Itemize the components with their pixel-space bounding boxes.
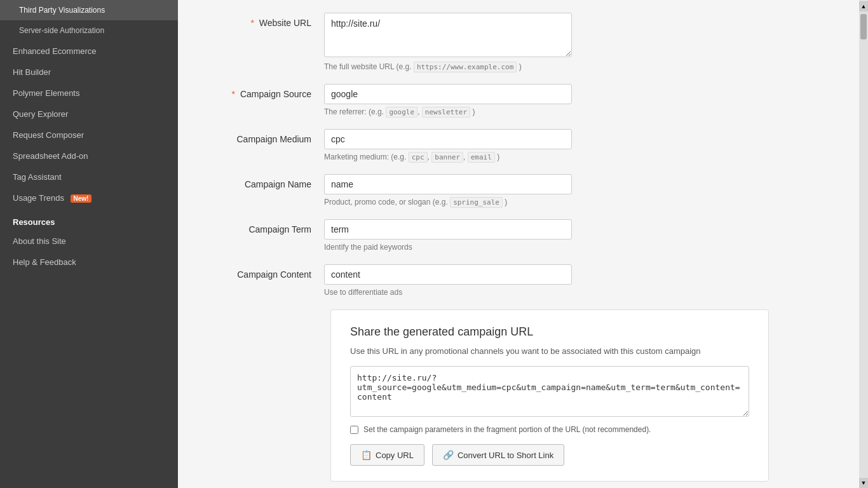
share-box: Share the generated campaign URL Use thi… xyxy=(330,309,769,482)
sidebar-item-about-this-site[interactable]: About this Site xyxy=(0,231,178,252)
campaign-name-label: Campaign Name xyxy=(197,174,324,189)
campaign-source-hint: The referrer: (e.g. google, newsletter ) xyxy=(324,107,572,116)
new-badge: New! xyxy=(71,194,92,203)
sidebar-item-third-party[interactable]: Third Party Visualizations xyxy=(0,0,178,20)
sidebar-item-spreadsheet-addon[interactable]: Spreadsheet Add-on xyxy=(0,146,178,166)
medium-hint-code3: email xyxy=(468,152,495,163)
sidebar-item-enhanced-ecommerce[interactable]: Enhanced Ecommerce xyxy=(0,41,178,62)
campaign-content-hint: Use to differentiate ads xyxy=(324,288,572,297)
main-content: * Website URL http://site.ru/ The full w… xyxy=(178,0,859,488)
fragment-checkbox-row: Set the campaign parameters in the fragm… xyxy=(350,425,749,434)
campaign-medium-label: Campaign Medium xyxy=(197,129,324,144)
campaign-content-row: Campaign Content Use to differentiate ad… xyxy=(197,264,840,297)
website-url-label: * Website URL xyxy=(197,13,324,28)
source-hint-code1: google xyxy=(386,107,417,118)
website-url-row: * Website URL http://site.ru/ The full w… xyxy=(197,13,840,71)
campaign-term-input[interactable] xyxy=(324,219,572,240)
required-star-2: * xyxy=(232,89,235,99)
campaign-term-row: Campaign Term Identify the paid keywords xyxy=(197,219,840,252)
action-buttons: 📋 Copy URL 🔗 Convert URL to Short Link xyxy=(350,444,749,466)
sidebar-item-request-composer[interactable]: Request Composer xyxy=(0,125,178,146)
campaign-content-input[interactable] xyxy=(324,264,572,285)
campaign-medium-field-wrap: Marketing medium: (e.g. cpc, banner, ema… xyxy=(324,129,840,161)
generated-url-textarea[interactable] xyxy=(350,366,749,417)
campaign-term-label: Campaign Term xyxy=(197,219,324,234)
campaign-content-label: Campaign Content xyxy=(197,264,324,280)
copy-url-button[interactable]: 📋 Copy URL xyxy=(350,444,424,466)
required-star: * xyxy=(250,18,254,28)
convert-url-button[interactable]: 🔗 Convert URL to Short Link xyxy=(432,444,564,466)
website-url-input[interactable]: http://site.ru/ xyxy=(324,13,572,57)
website-url-hint-code: https://www.example.com xyxy=(414,62,517,72)
campaign-source-input[interactable] xyxy=(324,84,572,104)
copy-icon: 📋 xyxy=(361,450,372,460)
campaign-medium-row: Campaign Medium Marketing medium: (e.g. … xyxy=(197,129,840,161)
campaign-source-row: * Campaign Source The referrer: (e.g. go… xyxy=(197,84,840,116)
share-box-description: Use this URL in any promotional channels… xyxy=(350,346,749,356)
link-icon: 🔗 xyxy=(443,450,454,460)
sidebar-item-usage-trends[interactable]: Usage Trends New! xyxy=(0,187,178,208)
campaign-term-hint: Identify the paid keywords xyxy=(324,243,572,252)
website-url-field-wrap: http://site.ru/ The full website URL (e.… xyxy=(324,13,840,71)
medium-hint-code1: cpc xyxy=(409,152,428,163)
share-box-title: Share the generated campaign URL xyxy=(350,325,749,339)
name-hint-code: spring_sale xyxy=(450,197,503,208)
source-hint-code2: newsletter xyxy=(422,107,470,118)
website-url-hint: The full website URL (e.g. https://www.e… xyxy=(324,62,572,71)
scrollbar-thumb[interactable] xyxy=(860,14,867,39)
campaign-term-field-wrap: Identify the paid keywords xyxy=(324,219,840,252)
campaign-source-field-wrap: The referrer: (e.g. google, newsletter ) xyxy=(324,84,840,116)
resources-section-header: Resources xyxy=(0,208,178,231)
fragment-checkbox[interactable] xyxy=(350,426,358,434)
campaign-name-input[interactable] xyxy=(324,174,572,194)
campaign-name-field-wrap: Product, promo code, or slogan (e.g. spr… xyxy=(324,174,840,207)
campaign-content-field-wrap: Use to differentiate ads xyxy=(324,264,840,297)
campaign-source-label: * Campaign Source xyxy=(197,84,324,99)
sidebar-item-help-feedback[interactable]: Help & Feedback xyxy=(0,252,178,273)
fragment-checkbox-label: Set the campaign parameters in the fragm… xyxy=(363,425,651,434)
sidebar-item-polymer-elements[interactable]: Polymer Elements xyxy=(0,83,178,104)
sidebar-item-tag-assistant[interactable]: Tag Assistant xyxy=(0,166,178,187)
sidebar-item-hit-builder[interactable]: Hit Builder xyxy=(0,62,178,83)
sidebar-item-query-explorer[interactable]: Query Explorer xyxy=(0,104,178,125)
scrollbar-down-button[interactable]: ▼ xyxy=(859,478,868,488)
campaign-name-row: Campaign Name Product, promo code, or sl… xyxy=(197,174,840,207)
sidebar-item-server-side[interactable]: Server-side Authorization xyxy=(0,20,178,41)
scrollbar-track: ▲ ▼ xyxy=(859,0,868,488)
campaign-medium-hint: Marketing medium: (e.g. cpc, banner, ema… xyxy=(324,152,572,161)
medium-hint-code2: banner xyxy=(431,152,463,163)
campaign-name-hint: Product, promo code, or slogan (e.g. spr… xyxy=(324,198,572,207)
scrollbar-up-button[interactable]: ▲ xyxy=(859,1,868,11)
sidebar: Third Party Visualizations Server-side A… xyxy=(0,0,178,488)
campaign-medium-input[interactable] xyxy=(324,129,572,149)
